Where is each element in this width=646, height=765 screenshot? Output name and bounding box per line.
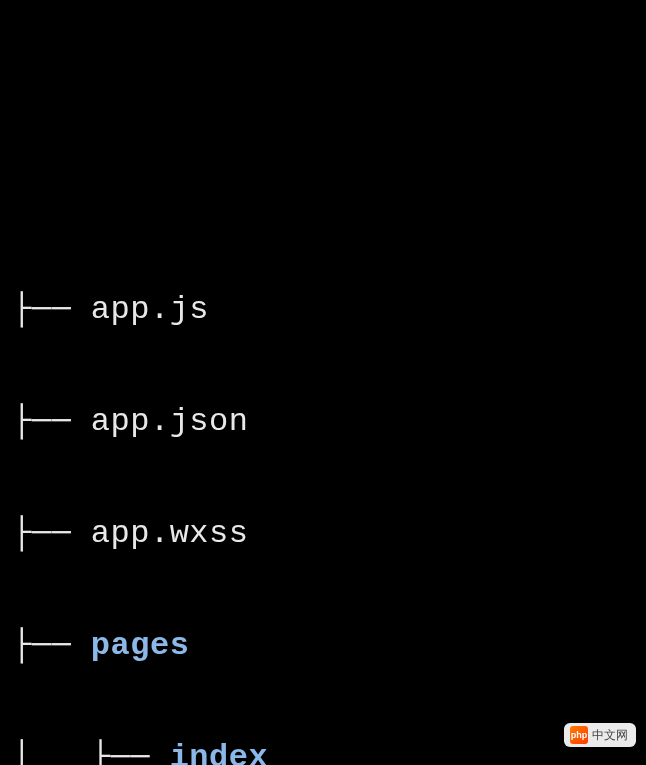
tree-branch: ├── xyxy=(12,515,91,552)
watermark-text: 中文网 xyxy=(592,729,628,741)
tree-row: ├── app.wxss xyxy=(12,506,646,562)
dir-index: index xyxy=(170,739,269,765)
dir-pages: pages xyxy=(91,627,190,664)
watermark-badge: php 中文网 xyxy=(564,723,636,747)
tree-row: │ ├── index xyxy=(12,730,646,765)
file-app-wxss: app.wxss xyxy=(91,515,249,552)
tree-row: ├── pages xyxy=(12,618,646,674)
tree-row: ├── app.js xyxy=(12,282,646,338)
tree-branch: │ ├── xyxy=(12,739,170,765)
file-app-js: app.js xyxy=(91,291,209,328)
watermark-logo-icon: php xyxy=(570,726,588,744)
tree-row: ├── app.json xyxy=(12,394,646,450)
file-app-json: app.json xyxy=(91,403,249,440)
tree-branch: ├── xyxy=(12,627,91,664)
tree-branch: ├── xyxy=(12,403,91,440)
tree-branch: ├── xyxy=(12,291,91,328)
file-tree: ├── app.js ├── app.json ├── app.wxss ├──… xyxy=(0,224,646,765)
